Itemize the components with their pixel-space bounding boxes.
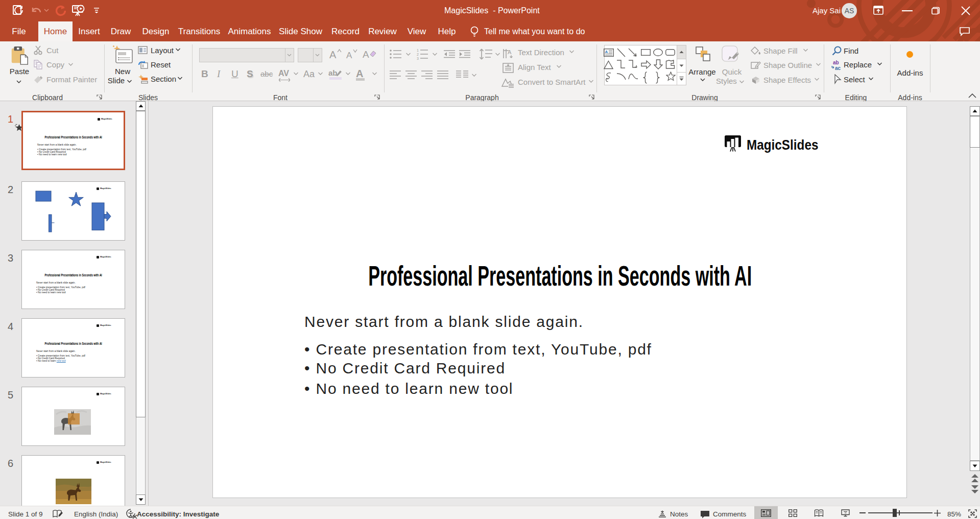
- svg-text:2: 2: [417, 53, 419, 56]
- svg-text:A: A: [605, 50, 608, 54]
- svg-text:A: A: [508, 49, 512, 55]
- svg-text:ac: ac: [835, 65, 841, 70]
- svg-text:ab: ab: [833, 60, 839, 65]
- svg-text:1: 1: [417, 49, 419, 52]
- svg-text:3: 3: [417, 57, 419, 60]
